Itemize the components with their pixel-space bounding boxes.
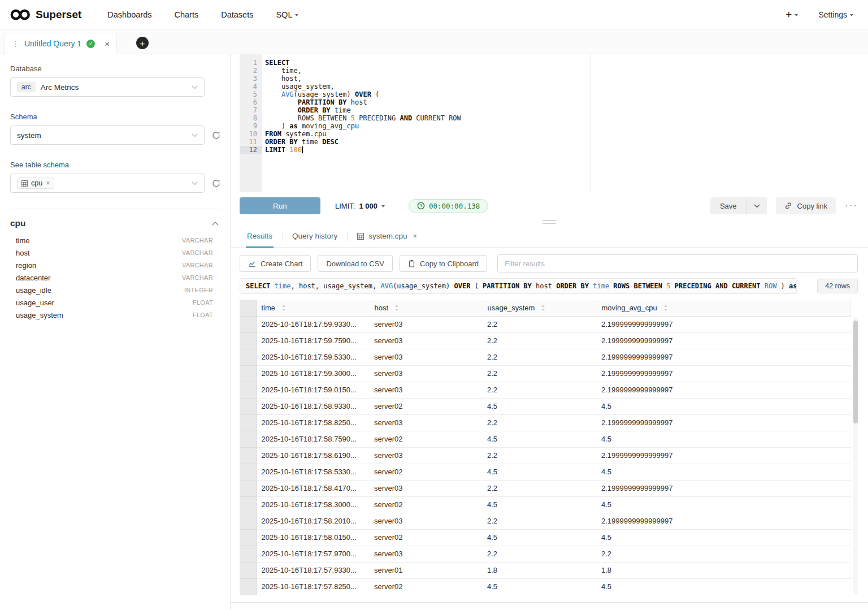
table-cell: 2.2: [483, 414, 597, 431]
column-row[interactable]: usage_idleINTEGER: [16, 284, 213, 296]
table-row[interactable]: 2025-10-16T18:17:57.9330...server011.81.…: [240, 562, 851, 578]
table-row[interactable]: 2025-10-16T18:17:58.4170...server032.22.…: [240, 480, 851, 496]
table-select[interactable]: cpu ×: [10, 174, 205, 193]
table-row[interactable]: 2025-10-16T18:17:58.5330...server024.54.…: [240, 464, 851, 480]
panel-resize-handle[interactable]: [231, 218, 868, 225]
query-tab[interactable]: ⋮ Untitled Query 1 ✓ ×: [5, 33, 117, 54]
table-row[interactable]: 2025-10-16T18:17:59.3000...server032.22.…: [240, 365, 851, 382]
schema-select[interactable]: system: [10, 126, 205, 145]
sort-icon[interactable]: [281, 305, 286, 311]
filter-results-input[interactable]: [497, 254, 858, 272]
results-scrollbar[interactable]: [853, 317, 858, 594]
column-header-moving-avg-cpu[interactable]: moving_avg_cpu: [597, 300, 851, 316]
table-cell: 2025-10-16T18:17:58.4170...: [257, 480, 370, 496]
row-gutter: [240, 349, 257, 365]
collapse-chevron-icon[interactable]: [212, 221, 219, 226]
column-header-usage-system[interactable]: usage_system: [483, 300, 597, 316]
new-query-tab-button[interactable]: +: [136, 37, 149, 49]
text-cursor: [302, 146, 303, 153]
table-row[interactable]: 2025-10-16T18:17:59.7590...server032.22.…: [240, 332, 851, 349]
table-cell: server03: [370, 480, 483, 496]
table-cell: server02: [370, 398, 483, 414]
row-gutter: [240, 562, 257, 578]
nav-item-dashboards[interactable]: Dashboards: [107, 10, 151, 19]
nav-item-datasets[interactable]: Datasets: [221, 10, 253, 19]
table-chip-label: cpu: [31, 179, 42, 187]
save-button[interactable]: Save: [710, 197, 747, 214]
toolbar-right: Save Copy link ···: [710, 197, 858, 214]
copy-clipboard-button[interactable]: Copy to Clipboard: [400, 255, 487, 272]
button-label: Create Chart: [261, 259, 302, 268]
close-preview-tab-icon[interactable]: ×: [413, 232, 418, 240]
table-row[interactable]: 2025-10-16T18:17:58.0150...server024.54.…: [240, 529, 851, 546]
table-row[interactable]: 2025-10-16T18:17:57.8250...server024.54.…: [240, 578, 851, 595]
database-select[interactable]: arc Arc Metrics: [10, 77, 205, 97]
schema-select-value: system: [17, 131, 41, 140]
tab-query-history[interactable]: Query history: [285, 225, 345, 247]
table-row[interactable]: 2025-10-16T18:17:58.2010...server032.22.…: [240, 513, 851, 529]
column-row[interactable]: hostVARCHAR: [16, 246, 213, 259]
table-cell: 4.5: [597, 496, 851, 513]
tab-results[interactable]: Results: [240, 225, 280, 247]
code-line: ORDER BY time: [265, 106, 858, 114]
create-chart-button[interactable]: Create Chart: [240, 255, 311, 272]
remove-table-icon[interactable]: ×: [46, 179, 50, 187]
close-tab-icon[interactable]: ×: [100, 39, 110, 49]
nav-item-sql[interactable]: SQL: [276, 10, 298, 19]
tab-separator: [282, 232, 283, 241]
row-gutter: [240, 365, 257, 382]
table-cell: 4.5: [483, 496, 597, 513]
run-query-button[interactable]: Run: [240, 197, 320, 214]
table-row[interactable]: 2025-10-16T18:17:58.9330...server024.54.…: [240, 398, 851, 414]
column-header-host[interactable]: host: [370, 300, 483, 316]
sort-icon[interactable]: [394, 305, 399, 311]
table-row[interactable]: 2025-10-16T18:17:59.0150...server032.22.…: [240, 382, 851, 398]
column-row[interactable]: usage_systemFLOAT: [16, 309, 213, 321]
table-cell: 2.2: [483, 349, 597, 365]
column-header-label: moving_avg_cpu: [602, 304, 657, 312]
refresh-schema-icon[interactable]: [211, 131, 221, 140]
table-cell: 2.1999999999999997: [597, 349, 851, 365]
sql-editor[interactable]: 123456789101112 SELECT time, host, usage…: [240, 54, 858, 192]
sort-icon[interactable]: [541, 305, 545, 311]
nav-item-charts[interactable]: Charts: [175, 10, 199, 19]
chevron-down-icon: [192, 181, 198, 185]
tab-table-preview[interactable]: system.cpu ×: [350, 225, 424, 247]
superset-logo[interactable]: Superset: [10, 8, 81, 21]
results-tabbar: Results Query history system.cpu ×: [231, 225, 868, 248]
drag-handle-icon[interactable]: ⋮: [12, 40, 19, 48]
sort-icon[interactable]: [663, 305, 668, 311]
table-row[interactable]: 2025-10-16T18:17:58.7590...server024.54.…: [240, 431, 851, 447]
settings-menu[interactable]: Settings: [818, 10, 853, 19]
table-cell: 2.1999999999999997: [597, 316, 851, 332]
refresh-table-icon[interactable]: [211, 179, 221, 188]
table-row[interactable]: 2025-10-16T18:17:59.5330...server032.22.…: [240, 349, 851, 365]
table-row[interactable]: 2025-10-16T18:17:58.6190...server032.22.…: [240, 447, 851, 464]
column-row[interactable]: usage_userFLOAT: [16, 296, 213, 309]
code-line: SELECT: [265, 59, 858, 67]
nav-item-label: Datasets: [221, 10, 253, 19]
gutter-line-number: 7: [240, 106, 257, 114]
new-item-menu[interactable]: +: [785, 9, 798, 20]
download-csv-button[interactable]: Download to CSV: [318, 255, 393, 272]
table-row[interactable]: 2025-10-16T18:17:57.9700...server032.22.…: [240, 546, 851, 562]
column-row[interactable]: timeVARCHAR: [16, 234, 213, 246]
column-row[interactable]: regionVARCHAR: [16, 259, 213, 271]
save-options-button[interactable]: [747, 197, 767, 214]
row-gutter: [240, 496, 257, 513]
code-line: time,: [265, 67, 858, 75]
elapsed-time: 00:00:00.138: [429, 202, 480, 210]
scrollbar-thumb[interactable]: [853, 321, 858, 423]
table-row[interactable]: 2025-10-16T18:17:58.3000...server024.54.…: [240, 496, 851, 513]
copy-link-label: Copy link: [797, 202, 827, 210]
more-actions-button[interactable]: ···: [845, 200, 858, 211]
table-row[interactable]: 2025-10-16T18:17:59.9330...server032.22.…: [240, 316, 851, 332]
column-row[interactable]: datacenterVARCHAR: [16, 271, 213, 284]
column-header-time[interactable]: time: [257, 300, 370, 316]
table-schema-header[interactable]: cpu: [10, 218, 221, 228]
table-row[interactable]: 2025-10-16T18:17:58.8250...server032.22.…: [240, 414, 851, 431]
query-preview-row: SELECT time, host, usage_system, AVG(usa…: [231, 278, 868, 300]
copy-link-button[interactable]: Copy link: [776, 197, 836, 214]
editor-code[interactable]: SELECT time, host, usage_system, AVG(usa…: [262, 54, 858, 192]
limit-dropdown[interactable]: LIMIT: 1 000: [335, 202, 385, 210]
